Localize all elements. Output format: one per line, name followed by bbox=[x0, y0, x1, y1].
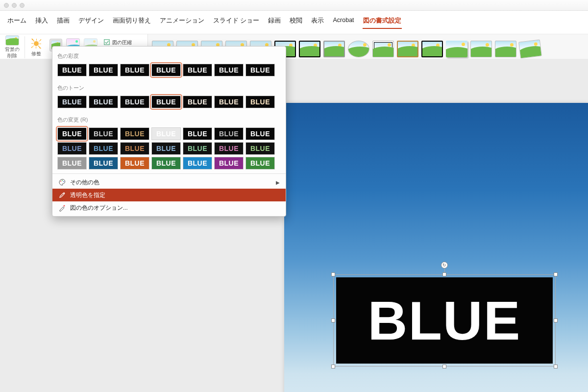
tab-11[interactable]: 図の書式設定 bbox=[363, 16, 402, 29]
sec2-swatch-2[interactable]: BLUE bbox=[120, 96, 149, 108]
image-text: BLUE bbox=[368, 289, 521, 352]
sec3-swatch-18[interactable]: BLUE bbox=[183, 157, 212, 170]
resize-handle-s[interactable] bbox=[442, 365, 446, 368]
svg-rect-0 bbox=[104, 39, 110, 45]
resize-handle-se[interactable] bbox=[554, 365, 558, 368]
picture-color-options-menuitem[interactable]: 図の色のオプション... bbox=[52, 201, 286, 214]
clouds-decoration bbox=[284, 368, 588, 392]
picture-style-7[interactable] bbox=[323, 41, 345, 57]
picture-style-8[interactable] bbox=[348, 41, 369, 57]
tab-8[interactable]: 校閲 bbox=[289, 16, 303, 29]
palette-icon bbox=[58, 178, 66, 186]
set-transparent-color-menuitem[interactable]: 透明色を指定 bbox=[52, 189, 286, 201]
sec3-swatch-6[interactable]: BLUE bbox=[245, 127, 275, 140]
sec1-swatch-4[interactable]: BLUE bbox=[183, 64, 212, 76]
traffic-light-close[interactable] bbox=[4, 3, 9, 8]
color-flyout: 色の彩度 BLUEBLUEBLUEBLUEBLUEBLUEBLUE 色のトーン … bbox=[52, 46, 286, 217]
sec3-swatch-8[interactable]: BLUE bbox=[89, 142, 118, 155]
tone-section-label: 色のトーン bbox=[57, 81, 281, 96]
remove-bg-icon bbox=[5, 35, 19, 46]
tab-4[interactable]: 画面切り替え bbox=[112, 16, 151, 29]
resize-handle-w[interactable] bbox=[331, 318, 335, 322]
options-icon bbox=[58, 204, 66, 212]
sec3-swatch-13[interactable]: BLUE bbox=[245, 142, 275, 155]
rotation-handle[interactable]: ↻ bbox=[441, 262, 448, 269]
picture-style-12[interactable] bbox=[446, 41, 467, 57]
set-transparent-label: 透明色を指定 bbox=[70, 192, 105, 199]
picture-style-9[interactable] bbox=[372, 41, 394, 57]
sec3-swatch-1[interactable]: BLUE bbox=[89, 127, 118, 140]
sec3-swatch-15[interactable]: BLUE bbox=[89, 157, 118, 170]
resize-handle-n[interactable] bbox=[442, 272, 446, 276]
tab-3[interactable]: デザイン bbox=[78, 16, 104, 29]
remove-background-button[interactable]: 背景の 削除 bbox=[0, 34, 24, 60]
sec1-swatch-3[interactable]: BLUE bbox=[151, 64, 181, 76]
picture-style-11[interactable] bbox=[421, 41, 443, 57]
selected-image[interactable]: ↻ BLUE bbox=[333, 274, 556, 367]
svg-point-5 bbox=[63, 181, 64, 182]
sec3-swatch-10[interactable]: BLUE bbox=[151, 142, 181, 155]
tab-0[interactable]: ホーム bbox=[7, 16, 27, 29]
tab-5[interactable]: アニメーション bbox=[159, 16, 205, 29]
sec3-swatch-4[interactable]: BLUE bbox=[183, 127, 212, 140]
resize-handle-e[interactable] bbox=[554, 318, 558, 322]
traffic-light-min[interactable] bbox=[12, 3, 17, 8]
traffic-light-max[interactable] bbox=[20, 3, 24, 8]
svg-point-4 bbox=[62, 180, 63, 181]
remove-bg-label: 背景の 削除 bbox=[5, 47, 20, 59]
corrections-label: 修整 bbox=[31, 51, 41, 57]
sec2-swatch-1[interactable]: BLUE bbox=[89, 96, 118, 108]
sec3-swatch-11[interactable]: BLUE bbox=[183, 142, 212, 155]
picture-color-options-label: 図の色のオプション... bbox=[70, 204, 128, 212]
sec2-swatch-3[interactable]: BLUE bbox=[151, 96, 181, 108]
sec3-swatch-5[interactable]: BLUE bbox=[214, 127, 244, 140]
sec3-swatch-12[interactable]: BLUE bbox=[214, 142, 244, 155]
sec3-swatch-16[interactable]: BLUE bbox=[120, 157, 149, 170]
compress-label: 図の圧縮 bbox=[112, 39, 132, 46]
sec3-swatch-2[interactable]: BLUE bbox=[120, 127, 149, 140]
more-colors-menuitem[interactable]: その他の色 ▶ bbox=[52, 176, 286, 189]
svg-point-6 bbox=[64, 205, 65, 207]
ribbon-tabstrip: ホーム挿入描画デザイン画面切り替えアニメーションスライド ショー録画校閲表示Ac… bbox=[0, 11, 588, 34]
slide[interactable]: ↻ BLUE bbox=[284, 103, 588, 392]
tab-7[interactable]: 録画 bbox=[268, 16, 281, 29]
sec3-swatch-9[interactable]: BLUE bbox=[120, 142, 149, 155]
svg-point-3 bbox=[60, 181, 61, 182]
picture-style-14[interactable] bbox=[495, 41, 516, 57]
sec2-swatch-6[interactable]: BLUE bbox=[245, 96, 275, 108]
sec3-swatch-19[interactable]: BLUE bbox=[214, 157, 244, 170]
sec3-swatch-0[interactable]: BLUE bbox=[57, 127, 87, 140]
compress-pictures-button[interactable]: 図の圧縮 bbox=[103, 39, 144, 47]
sec1-swatch-1[interactable]: BLUE bbox=[89, 64, 118, 76]
sec3-swatch-20[interactable]: BLUE bbox=[245, 157, 275, 170]
sec2-swatch-5[interactable]: BLUE bbox=[214, 96, 244, 108]
tab-9[interactable]: 表示 bbox=[311, 16, 324, 29]
picture-style-6[interactable] bbox=[299, 41, 320, 57]
corrections-button[interactable]: 修整 bbox=[25, 34, 48, 60]
tab-10[interactable]: Acrobat bbox=[332, 16, 354, 29]
sec1-swatch-6[interactable]: BLUE bbox=[245, 64, 275, 76]
chevron-right-icon: ▶ bbox=[276, 180, 280, 185]
picture-style-15[interactable] bbox=[518, 39, 542, 58]
sec3-swatch-17[interactable]: BLUE bbox=[151, 157, 181, 170]
sec1-swatch-5[interactable]: BLUE bbox=[214, 64, 244, 76]
tab-6[interactable]: スライド ショー bbox=[213, 16, 260, 29]
sun-icon bbox=[31, 39, 41, 49]
resize-handle-nw[interactable] bbox=[331, 272, 335, 276]
blue-image-content: BLUE bbox=[336, 277, 553, 364]
resize-handle-sw[interactable] bbox=[331, 365, 335, 368]
sec2-swatch-0[interactable]: BLUE bbox=[57, 96, 87, 108]
sec1-swatch-0[interactable]: BLUE bbox=[57, 64, 87, 76]
sec1-swatch-2[interactable]: BLUE bbox=[120, 64, 149, 76]
sec3-swatch-3[interactable]: BLUE bbox=[151, 127, 181, 140]
resize-handle-ne[interactable] bbox=[554, 272, 558, 276]
sec2-swatch-4[interactable]: BLUE bbox=[183, 96, 212, 108]
sec3-swatch-7[interactable]: BLUE bbox=[57, 142, 87, 155]
picture-style-13[interactable] bbox=[470, 41, 492, 57]
picture-style-10[interactable] bbox=[397, 41, 418, 57]
tab-2[interactable]: 描画 bbox=[56, 16, 70, 29]
titlebar bbox=[0, 0, 588, 11]
compress-icon bbox=[103, 39, 110, 47]
tab-1[interactable]: 挿入 bbox=[35, 16, 49, 29]
sec3-swatch-14[interactable]: BLUE bbox=[57, 157, 87, 170]
